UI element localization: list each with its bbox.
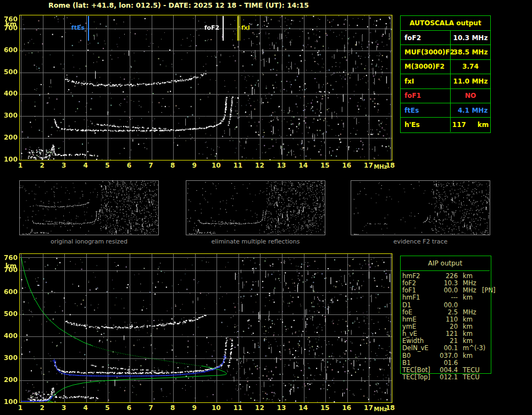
aip-row-extra: [PN] bbox=[480, 287, 496, 294]
x-tick-label: 17 bbox=[362, 405, 374, 411]
autoscala-row-value: 117 km bbox=[451, 121, 490, 129]
aip-row-label: D1 bbox=[402, 302, 434, 309]
marker-label-fof2: foF2 bbox=[204, 25, 220, 31]
aip-row-value: 01.6 bbox=[434, 359, 458, 367]
y-tick-label: 100 bbox=[1, 399, 18, 405]
aip-row-value: 00.1 bbox=[434, 345, 458, 352]
thumbnail-evidence-f2-trace bbox=[351, 180, 490, 235]
aip-row-unit: TECU bbox=[458, 374, 480, 381]
marker-label-ftes: ftEs bbox=[71, 25, 85, 31]
x-tick-label: 15 bbox=[319, 162, 331, 169]
aip-row-extra bbox=[480, 294, 489, 301]
aip-row-extra bbox=[480, 316, 489, 323]
autoscala-output-table: AUTOSCALA output foF210.3 MHzMUF(3000)F2… bbox=[400, 15, 491, 133]
aip-row-label: B0 bbox=[402, 352, 434, 359]
autoscala-window: Rome (lat: +41.8, lon: 012.5) - DATE: 20… bbox=[0, 0, 532, 415]
x-tick-label: 9 bbox=[189, 162, 201, 169]
aip-row: hmF1---km bbox=[402, 294, 489, 301]
autoscala-row-value: 4.1 MHz bbox=[451, 107, 490, 114]
aip-row-unit: m^(-3) bbox=[458, 345, 480, 352]
x-tick-label: 3 bbox=[58, 405, 70, 411]
x-tick-label: 5 bbox=[101, 405, 113, 411]
y-tick-label: 200 bbox=[1, 377, 18, 383]
autoscala-row-value: 11.0 MHz bbox=[451, 78, 490, 85]
x-tick-label: 12 bbox=[253, 405, 265, 411]
marker-label-fxi: fxI bbox=[241, 25, 250, 31]
aip-row-unit: km bbox=[458, 352, 480, 359]
y-axis-unit: km bbox=[4, 263, 18, 269]
aip-header-divider bbox=[401, 270, 490, 271]
thumbnail-eliminate-reflections bbox=[186, 180, 325, 235]
x-tick-label: 4 bbox=[80, 405, 92, 411]
y-tick-label: 500 bbox=[1, 69, 18, 75]
autoscala-row-value: 3.74 bbox=[451, 63, 490, 70]
aip-row-unit bbox=[458, 359, 480, 367]
autoscala-row-label: ftEs bbox=[401, 103, 451, 117]
aip-row-value: 037.0 bbox=[434, 352, 458, 359]
aip-row-extra bbox=[480, 367, 489, 374]
autoscala-row: fxI11.0 MHz bbox=[401, 74, 490, 88]
autoscala-row-value: NO bbox=[451, 92, 490, 99]
autoscala-row: ftEs 4.1 MHz bbox=[401, 103, 490, 117]
thumbnail-caption-3: evidence F2 trace bbox=[394, 239, 448, 245]
autoscala-row-label: fxI bbox=[401, 74, 451, 88]
x-tick-label: 13 bbox=[275, 162, 287, 169]
x-axis-unit: MHz bbox=[374, 407, 387, 412]
y-tick-label: 300 bbox=[1, 112, 18, 119]
aip-row-extra bbox=[480, 273, 489, 280]
y-tick-label: 600 bbox=[1, 289, 18, 295]
bottom-ionogram-canvas bbox=[19, 253, 392, 403]
x-tick-label: 5 bbox=[101, 162, 113, 169]
x-tick-label: 2 bbox=[36, 162, 48, 169]
aip-row-unit: TECU bbox=[458, 367, 480, 374]
autoscala-row-value: 10.3 MHz bbox=[451, 34, 490, 42]
x-tick-label: 8 bbox=[167, 405, 179, 411]
aip-row: hmE110km bbox=[402, 316, 489, 323]
aip-row-value: 012.1 bbox=[434, 374, 458, 381]
autoscala-row: foF1NO bbox=[401, 88, 490, 103]
autoscala-row-label: M(3000)F2 bbox=[401, 60, 451, 74]
x-tick-label: 7 bbox=[145, 405, 157, 411]
aip-row: D100.0 bbox=[402, 302, 489, 309]
x-tick-label: 12 bbox=[253, 162, 265, 169]
x-tick-label: 10 bbox=[210, 162, 222, 169]
x-tick-label: 11 bbox=[232, 162, 244, 169]
x-tick-label: 10 bbox=[210, 405, 222, 411]
aip-row-unit bbox=[458, 302, 480, 309]
x-tick-label: 6 bbox=[123, 405, 135, 411]
aip-row-extra bbox=[480, 359, 489, 367]
y-tick-label: 760 bbox=[1, 254, 18, 261]
autoscala-row: h'Es117 km bbox=[401, 117, 490, 131]
aip-row-label: TEC[Top] bbox=[402, 374, 434, 381]
aip-row: B0037.0km bbox=[402, 352, 489, 359]
autoscala-row-value: 38.5 MHz bbox=[451, 48, 490, 56]
y-tick-label: 500 bbox=[1, 311, 18, 317]
x-tick-label: 15 bbox=[319, 405, 331, 411]
aip-row-extra bbox=[480, 345, 489, 352]
aip-row-value: 004.4 bbox=[434, 367, 458, 374]
aip-row-value: 00.0 bbox=[434, 302, 458, 309]
page-title: Rome (lat: +41.8, lon: 012.5) - DATE: 20… bbox=[48, 1, 309, 9]
autoscala-row-label: h'Es bbox=[401, 118, 451, 131]
x-tick-label: 14 bbox=[297, 405, 309, 411]
x-tick-label: 11 bbox=[232, 405, 244, 411]
x-tick-label: 17 bbox=[362, 162, 374, 169]
aip-row-extra bbox=[480, 352, 489, 359]
x-tick-label: 16 bbox=[341, 162, 353, 169]
autoscala-row: M(3000)F23.74 bbox=[401, 59, 490, 74]
x-tick-label: 14 bbox=[297, 162, 309, 169]
autoscala-row-label: foF1 bbox=[401, 89, 451, 103]
x-tick-label: 3 bbox=[58, 162, 70, 169]
aip-table-title: AIP output bbox=[400, 258, 490, 268]
aip-row-extra bbox=[480, 330, 489, 337]
aip-row-extra bbox=[480, 302, 489, 309]
aip-row-label: hmF1 bbox=[402, 294, 434, 301]
x-tick-label: 9 bbox=[189, 405, 201, 411]
thumbnail-caption-2: eliminate multiple reflections bbox=[212, 239, 300, 245]
y-tick-label: 400 bbox=[1, 90, 18, 97]
x-tick-label: 7 bbox=[145, 162, 157, 169]
aip-row-unit: MHz bbox=[458, 309, 480, 316]
aip-row-label: foE bbox=[402, 309, 434, 316]
autoscala-row: MUF(3000)F238.5 MHz bbox=[401, 45, 490, 59]
thumbnail-original-ionogram bbox=[19, 180, 159, 235]
